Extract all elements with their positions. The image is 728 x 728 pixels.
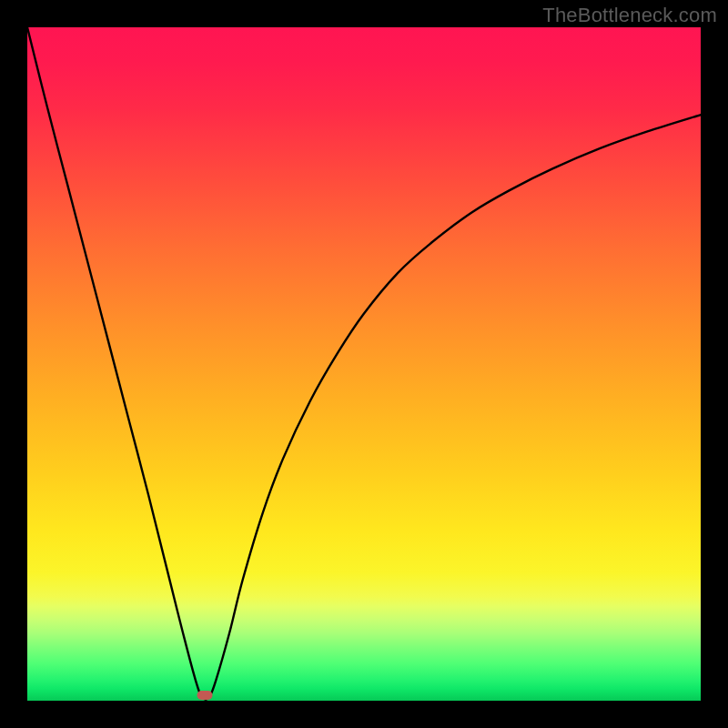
plot-area [27,27,701,701]
bottleneck-curve [27,27,701,701]
watermark-text: TheBottleneck.com [542,4,717,27]
minimum-marker [197,691,213,700]
chart-frame: TheBottleneck.com [0,0,728,728]
curve-path [27,27,701,700]
